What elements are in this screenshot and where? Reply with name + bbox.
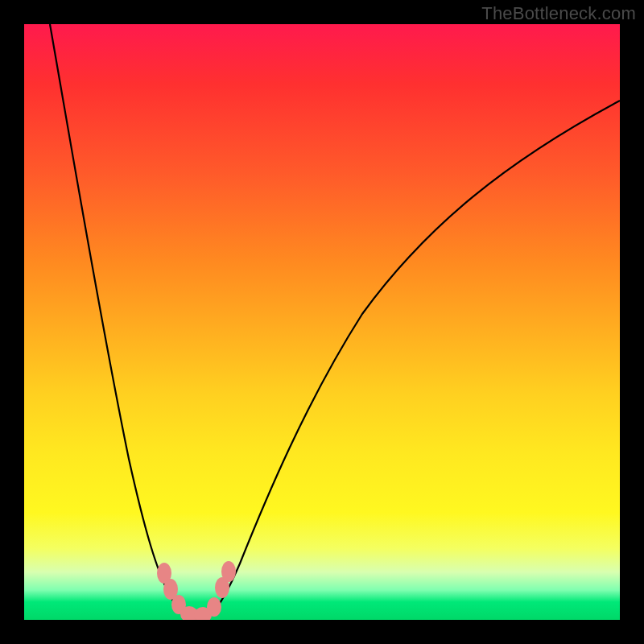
bead-8 — [221, 561, 236, 582]
curve-left-branch — [50, 24, 192, 617]
bead-cluster — [157, 561, 236, 620]
curve-right-branch — [208, 101, 620, 617]
plot-gradient-area — [24, 24, 620, 620]
curve-svg — [24, 24, 620, 620]
watermark-text: TheBottleneck.com — [481, 3, 636, 24]
chart-frame: TheBottleneck.com — [0, 0, 644, 644]
bead-6 — [207, 597, 221, 617]
